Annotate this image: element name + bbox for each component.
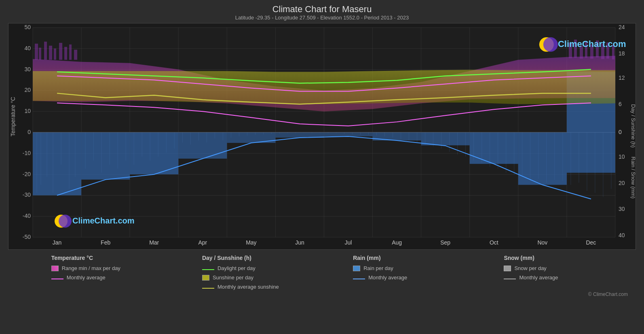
svg-text:-30: -30 (23, 191, 31, 198)
svg-text:10: 10 (619, 153, 625, 160)
svg-text:Jan: Jan (53, 239, 62, 246)
snow-avg-swatch (504, 279, 516, 279)
svg-rect-35 (421, 132, 470, 145)
snow-swatch (504, 266, 511, 271)
svg-text:0: 0 (27, 129, 31, 135)
svg-text:30: 30 (619, 206, 625, 212)
y-right-bottom-label: Rain / Snow (mm) (630, 157, 636, 199)
svg-text:0: 0 (619, 129, 622, 135)
svg-rect-113 (35, 44, 38, 60)
svg-rect-118 (59, 43, 62, 60)
legend-item-sunshine-avg: Monthly average sunshine (202, 284, 291, 290)
copyright-text: © ClimeChart.com (8, 291, 636, 297)
legend-item-rain-bar: Rain per day (353, 265, 442, 271)
legend-col-snow: Snow (mm) Snow per day Monthly average (504, 255, 593, 290)
svg-rect-27 (33, 132, 81, 195)
svg-point-168 (59, 215, 72, 228)
svg-text:40: 40 (24, 45, 31, 51)
svg-text:Oct: Oct (490, 239, 498, 246)
svg-text:12: 12 (619, 75, 625, 81)
legend-label-snow-bar: Snow per day (514, 265, 547, 271)
legend-label-snow-avg: Monthly average (519, 274, 558, 281)
svg-text:Apr: Apr (198, 239, 207, 246)
svg-text:40: 40 (619, 232, 625, 238)
legend-item-temp-avg: Monthly average (51, 274, 140, 281)
svg-text:Jun: Jun (295, 239, 304, 246)
svg-text:Feb: Feb (101, 239, 110, 246)
svg-rect-33 (324, 132, 373, 136)
watermark-top-right: ClimeChart.com (558, 39, 626, 49)
legend-area: Temperature °C Range min / max per day M… (8, 255, 636, 290)
svg-text:Mar: Mar (149, 239, 159, 246)
chart-area: 50 40 30 20 10 0 -10 -20 -30 -40 -50 Tem… (8, 23, 636, 250)
svg-rect-36 (470, 132, 518, 164)
legend-col-rain: Rain (mm) Rain per day Monthly average (353, 255, 442, 290)
legend-label-daylight: Daylight per day (217, 265, 255, 271)
svg-text:50: 50 (24, 24, 31, 30)
legend-label-rain-avg: Monthly average (368, 274, 407, 281)
svg-text:10: 10 (24, 108, 31, 114)
rain-avg-swatch (353, 279, 365, 279)
chart-svg: 50 40 30 20 10 0 -10 -20 -30 -40 -50 Tem… (8, 23, 636, 249)
svg-rect-114 (39, 48, 41, 60)
svg-rect-37 (518, 132, 567, 185)
legend-title-snow: Snow (mm) (504, 255, 593, 261)
legend-label-temp-range: Range min / max per day (62, 265, 120, 271)
legend-title-rain: Rain (mm) (353, 255, 442, 261)
watermark-bottom-left: ClimeChart.com (72, 216, 134, 225)
svg-text:18: 18 (619, 50, 625, 57)
svg-text:Dec: Dec (586, 239, 596, 246)
svg-point-166 (543, 37, 558, 52)
chart-header: Climate Chart for Maseru Latitude -29.35… (8, 4, 636, 21)
sunshine-avg-swatch (202, 288, 214, 289)
svg-text:-10: -10 (23, 150, 31, 156)
temp-avg-line-swatch (51, 279, 63, 279)
svg-text:6: 6 (619, 101, 622, 107)
svg-text:Jul: Jul (345, 239, 352, 246)
y-right-top-label: Day / Sunshine (h) (630, 104, 636, 147)
sunshine-swatch (202, 275, 209, 281)
svg-rect-119 (64, 47, 67, 60)
svg-rect-116 (49, 46, 52, 60)
legend-label-rain-bar: Rain per day (363, 265, 393, 271)
svg-text:24: 24 (619, 24, 625, 30)
svg-rect-28 (81, 132, 130, 180)
svg-rect-121 (74, 50, 77, 60)
legend-item-daylight: Daylight per day (202, 265, 291, 271)
svg-rect-120 (69, 45, 72, 60)
svg-rect-30 (178, 132, 227, 159)
legend-item-sunshine-bar: Sunshine per day (202, 274, 291, 281)
svg-text:-20: -20 (23, 171, 31, 177)
svg-rect-115 (44, 42, 47, 60)
temp-range-swatch (51, 266, 59, 271)
svg-text:30: 30 (24, 66, 31, 72)
svg-text:Sep: Sep (440, 239, 450, 246)
rain-swatch (353, 266, 360, 271)
legend-col-sunshine: Day / Sunshine (h) Daylight per day Suns… (202, 255, 291, 290)
svg-text:May: May (246, 239, 256, 246)
svg-text:Nov: Nov (537, 239, 547, 246)
svg-rect-117 (54, 49, 56, 60)
legend-item-snow-bar: Snow per day (504, 265, 593, 271)
legend-item-rain-avg: Monthly average (353, 274, 442, 281)
page-wrapper: Climate Chart for Maseru Latitude -29.35… (0, 0, 644, 334)
svg-text:Aug: Aug (392, 239, 402, 246)
svg-text:-40: -40 (23, 213, 31, 219)
y-left-label: Temperature °C (10, 97, 16, 136)
legend-title-temp: Temperature °C (51, 255, 140, 261)
legend-col-temperature: Temperature °C Range min / max per day M… (51, 255, 140, 290)
daylight-line-swatch (202, 269, 214, 270)
legend-item-temp-range: Range min / max per day (51, 265, 140, 271)
chart-subtitle: Latitude -29.35 - Longitude 27.509 - Ele… (8, 15, 636, 21)
legend-label-sunshine-bar: Sunshine per day (213, 274, 253, 281)
svg-text:20: 20 (24, 87, 31, 93)
chart-title: Climate Chart for Maseru (8, 4, 636, 15)
svg-rect-29 (130, 132, 178, 174)
legend-item-snow-avg: Monthly average (504, 274, 593, 281)
legend-label-sunshine-avg: Monthly average sunshine (217, 284, 279, 290)
legend-title-sunshine: Day / Sunshine (h) (202, 255, 291, 261)
svg-text:20: 20 (619, 180, 625, 186)
legend-label-temp-avg: Monthly average (67, 274, 106, 281)
svg-text:-50: -50 (23, 234, 31, 240)
